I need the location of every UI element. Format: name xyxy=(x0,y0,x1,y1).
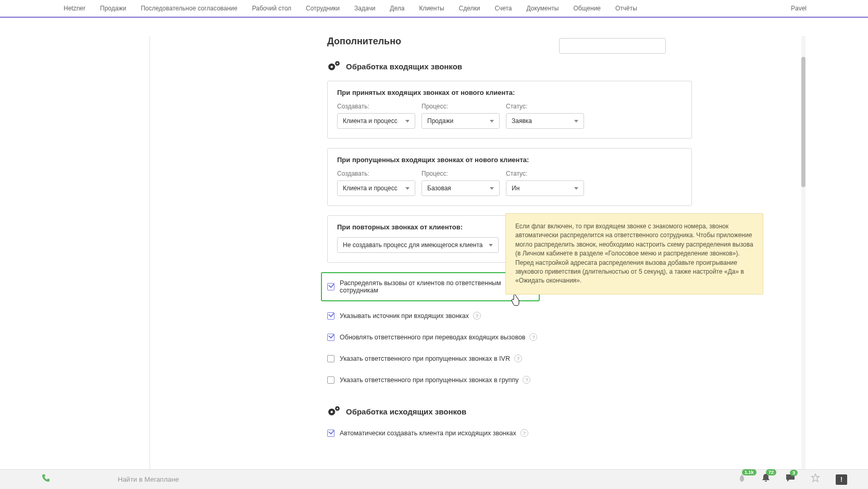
select-status-missed[interactable]: Ин xyxy=(506,180,584,196)
select-process-accepted[interactable]: Продажи xyxy=(421,113,500,129)
help-source[interactable]: ? xyxy=(473,312,481,320)
check-update-responsible-label: Обновлять ответственного при переводах в… xyxy=(340,334,525,341)
nav-approval[interactable]: Последовательное согласование xyxy=(133,5,245,12)
top-right-input[interactable] xyxy=(559,38,666,54)
select-create-missed[interactable]: Клиента и процесс xyxy=(337,180,415,196)
nav-sales[interactable]: Продажи xyxy=(93,5,133,12)
incoming-calls-heading: Обработка входящих звонков xyxy=(346,62,462,71)
nav-deals[interactable]: Сделки xyxy=(452,5,488,12)
label-status: Статус: xyxy=(506,103,584,110)
check-update-responsible[interactable] xyxy=(327,334,334,341)
svg-point-3 xyxy=(337,63,338,64)
panel-missed-title: При пропущенных входящих звонках от ново… xyxy=(337,156,682,164)
check-source-row: Указывать источник при входящих звонках … xyxy=(327,309,692,323)
scrollbar-thumb[interactable] xyxy=(801,57,805,187)
nav-desktop[interactable]: Рабочий стол xyxy=(245,5,299,12)
check-ivr-row: Указать ответственного при пропущенных з… xyxy=(327,351,692,365)
check-auto-create-outgoing-label: Автоматически создавать клиента при исхо… xyxy=(340,430,516,437)
outgoing-calls-heading: Обработка исходящих звонков xyxy=(346,407,466,416)
label-status-missed: Статус: xyxy=(506,170,584,177)
scrollbar-track[interactable] xyxy=(801,36,805,469)
check-distribute-calls[interactable] xyxy=(327,283,334,290)
nav-employees[interactable]: Сотрудники xyxy=(299,5,347,12)
select-repeat-option[interactable]: Не создавать процесс для имеющегося клие… xyxy=(337,237,499,253)
nav-affairs[interactable]: Дела xyxy=(382,5,412,12)
nav-tasks[interactable]: Задачи xyxy=(347,5,382,12)
left-rail-divider xyxy=(140,36,150,469)
current-user[interactable]: Pavel xyxy=(786,5,812,12)
check-update-responsible-row: Обновлять ответственного при переводах в… xyxy=(327,330,692,344)
svg-point-5 xyxy=(331,411,333,413)
select-process-missed[interactable]: Базовая xyxy=(421,180,500,196)
label-create-missed: Создавать: xyxy=(337,170,415,177)
svg-point-7 xyxy=(337,408,338,409)
outgoing-calls-heading-row: Обработка исходящих звонков xyxy=(327,405,692,418)
nav-invoices[interactable]: Счета xyxy=(487,5,519,12)
check-auto-create-outgoing-row: Автоматически создавать клиента при исхо… xyxy=(327,426,692,440)
nav-documents[interactable]: Документы xyxy=(519,5,566,12)
check-ivr-label: Указать ответственного при пропущенных з… xyxy=(340,355,510,362)
select-status-accepted[interactable]: Заявка xyxy=(506,113,584,129)
help-auto-create-outgoing[interactable]: ? xyxy=(520,429,528,437)
panel-accepted-title: При принятых входящих звонках от нового … xyxy=(337,89,682,96)
check-group-row: Указать ответственного при пропущенных з… xyxy=(327,373,692,387)
top-navigation-bar: Hetzner Продажи Последовательное согласо… xyxy=(0,0,868,18)
gear-icon xyxy=(327,405,346,418)
select-create-accepted[interactable]: Клиента и процесс xyxy=(337,113,415,129)
page-body: Дополнительно Обработка входящих звонков… xyxy=(0,18,868,469)
label-process-missed: Процесс: xyxy=(421,170,500,177)
help-group[interactable]: ? xyxy=(523,376,530,384)
incoming-calls-heading-row: Обработка входящих звонков xyxy=(327,60,692,73)
panel-accepted-incoming: При принятых входящих звонках от нового … xyxy=(327,81,692,139)
nav-hetzner[interactable]: Hetzner xyxy=(56,5,93,12)
label-process: Процесс: xyxy=(421,103,500,110)
nav-communication[interactable]: Общение xyxy=(566,5,608,12)
check-group-label: Указать ответственного при пропущенных з… xyxy=(340,376,518,384)
check-group[interactable] xyxy=(327,376,334,384)
help-update-responsible[interactable]: ? xyxy=(529,333,537,341)
panel-missed-incoming: При пропущенных входящих звонках от ново… xyxy=(327,148,692,206)
check-auto-create-outgoing[interactable] xyxy=(327,430,334,437)
help-ivr[interactable]: ? xyxy=(514,354,522,362)
tooltip-distribute-calls: Если флаг включен, то при входящем звонк… xyxy=(505,213,763,295)
gear-icon xyxy=(327,60,346,73)
check-source[interactable] xyxy=(327,312,334,320)
cursor-icon xyxy=(511,295,520,309)
svg-point-1 xyxy=(331,66,333,68)
check-source-label: Указывать источник при входящих звонках xyxy=(340,312,469,320)
check-distribute-calls-label: Распределять вызовы от клиентов по ответ… xyxy=(340,279,522,294)
nav-reports[interactable]: Отчёты xyxy=(608,5,644,12)
nav-clients[interactable]: Клиенты xyxy=(412,5,451,12)
check-ivr[interactable] xyxy=(327,355,334,362)
label-create: Создавать: xyxy=(337,103,415,110)
